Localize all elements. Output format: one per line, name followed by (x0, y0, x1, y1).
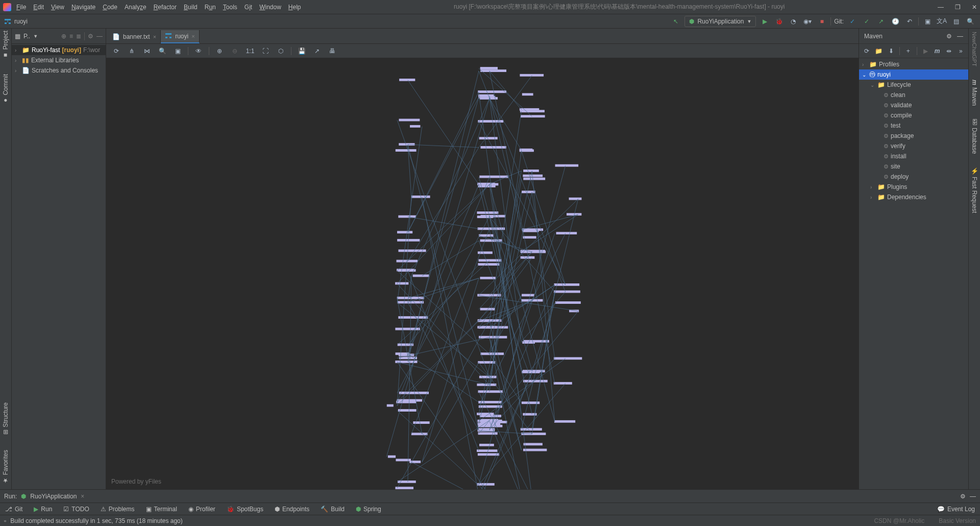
tool-database[interactable]: 🗄Database (971, 119, 978, 154)
tool-todo[interactable]: ☑TODO (63, 506, 89, 513)
tool-profiler[interactable]: ◉Profiler (188, 506, 215, 513)
tool-maven[interactable]: mMaven (971, 80, 978, 106)
maven-root[interactable]: ⌄ ⓜ ruoyi (859, 69, 968, 80)
menu-analyze[interactable]: Analyze (125, 4, 146, 11)
stop-button[interactable]: ■ (816, 16, 827, 27)
scratches-consoles[interactable]: › 📄 Scratches and Consoles (12, 65, 106, 76)
search-everywhere-icon[interactable]: 🔍 (965, 16, 976, 27)
add-maven-icon[interactable]: + (905, 45, 912, 57)
menu-navigate[interactable]: Navigate (71, 4, 95, 11)
maven-plugins[interactable]: › 📁 Plugins (859, 182, 968, 192)
more-icon[interactable]: » (958, 45, 964, 57)
maven-goal-validate[interactable]: ⚙validate (859, 100, 968, 110)
debug-button[interactable]: 🐞 (773, 16, 785, 27)
export-icon[interactable]: ↗ (312, 45, 322, 57)
menu-file[interactable]: File (16, 4, 26, 11)
tab-banner[interactable]: 📄 banner.txt × (108, 30, 161, 43)
ide-settings-icon[interactable]: ▤ (950, 16, 962, 27)
expand-icon[interactable]: ≡ (69, 33, 73, 40)
tool-spring[interactable]: ⬢Spring (356, 506, 381, 513)
build-hammer-icon[interactable]: ↖ (670, 16, 681, 27)
fit-icon[interactable]: ▣ (173, 45, 183, 57)
chevron-down-icon[interactable]: ▼ (33, 34, 38, 39)
coverage-button[interactable]: ◔ (788, 16, 799, 27)
tab-ruoyi[interactable]: ruoyi × (161, 30, 199, 43)
menu-tools[interactable]: Tools (223, 4, 237, 11)
share-icon[interactable]: ⬡ (276, 45, 286, 57)
profile-button[interactable]: ◉▾ (802, 16, 813, 27)
zoom-in-icon[interactable]: 🔍 (157, 45, 167, 57)
tool-problems[interactable]: ⚠Problems (101, 506, 135, 513)
git-push-button[interactable]: ↗ (875, 16, 887, 27)
locate-icon[interactable]: ⊕ (61, 33, 66, 40)
tool-favorites[interactable]: ★Favorites (2, 450, 9, 484)
tool-project[interactable]: ■Project (2, 31, 9, 59)
maven-profiles[interactable]: › 📁 Profiles (859, 59, 968, 69)
run-maven-icon[interactable]: ▶ (922, 45, 929, 57)
translate-icon[interactable]: 文A (936, 16, 947, 27)
menu-help[interactable]: Help (288, 4, 301, 11)
run-config-selector[interactable]: ⬢ RuoYiApplication ▼ (684, 16, 756, 27)
close-icon[interactable]: × (191, 33, 194, 39)
hide-icon[interactable]: — (957, 33, 963, 40)
download-icon[interactable]: ⬇ (888, 45, 894, 57)
tool-newchatgpt[interactable]: NewChatGPT (971, 32, 977, 66)
tool-build[interactable]: 🔨Build (321, 506, 345, 513)
project-root[interactable]: › 📁 RuoYi-fast [ruoyi] F:\wor (12, 45, 106, 55)
event-log[interactable]: 💬Event Log (937, 506, 975, 513)
close-icon[interactable]: × (81, 493, 84, 500)
run-config-name[interactable]: RuoYiApplication (30, 493, 77, 500)
menu-code[interactable]: Code (103, 4, 117, 11)
tool-endpoints[interactable]: ⬢Endpoints (275, 506, 309, 513)
tool-commit[interactable]: ●Commit (2, 74, 9, 104)
tool-git[interactable]: ⎇Git (5, 506, 22, 513)
route-icon[interactable]: ⋔ (127, 45, 137, 57)
status-icon[interactable]: ▫ (4, 517, 6, 524)
external-libraries[interactable]: › ▮▮ External Libraries (12, 55, 106, 65)
close-button[interactable]: ✕ (972, 4, 977, 11)
layout-icon[interactable]: ⋈ (142, 45, 152, 57)
maven-goal-test[interactable]: ⚙test (859, 121, 968, 131)
tool-fastrequest[interactable]: ⚡Fast Request (971, 167, 978, 213)
show-icon[interactable]: 👁 (193, 45, 204, 57)
maven-goal-site[interactable]: ⚙site (859, 161, 968, 172)
breadcrumb[interactable]: ruoyi (14, 18, 28, 25)
remove-icon[interactable]: ⊖ (230, 45, 240, 57)
hide-icon[interactable]: — (96, 33, 103, 40)
close-icon[interactable]: × (153, 34, 156, 40)
minimize-button[interactable]: — (938, 4, 944, 11)
git-rollback-button[interactable]: ↶ (904, 16, 915, 27)
git-update-button[interactable]: ✓ (847, 16, 858, 27)
generate-sources-icon[interactable]: 📁 (875, 45, 883, 57)
tool-spotbugs[interactable]: 🐞SpotBugs (227, 506, 263, 513)
menu-refactor[interactable]: Refactor (154, 4, 177, 11)
menu-build[interactable]: Build (184, 4, 198, 11)
tool-terminal[interactable]: ▣Terminal (146, 506, 177, 513)
maven-goal-package[interactable]: ⚙package (859, 131, 968, 141)
reload-icon[interactable]: ⟳ (863, 45, 870, 57)
maven-goal-compile[interactable]: ⚙compile (859, 110, 968, 121)
save-icon[interactable]: 💾 (297, 45, 307, 57)
hide-icon[interactable]: — (970, 493, 976, 500)
menu-window[interactable]: Window (259, 4, 281, 11)
tool-run[interactable]: ▶Run (34, 506, 52, 513)
print-icon[interactable]: 🖶 (327, 45, 337, 57)
add-icon[interactable]: ⊕ (214, 45, 225, 57)
maven-goal-deploy[interactable]: ⚙deploy (859, 172, 968, 182)
execute-goal-icon[interactable]: m (934, 45, 941, 57)
fit-content-icon[interactable]: ⛶ (260, 45, 271, 57)
maximize-button[interactable]: ❐ (955, 4, 961, 11)
menu-run[interactable]: Run (205, 4, 216, 11)
maven-lifecycle[interactable]: ⌄ 📁 Lifecycle (859, 80, 968, 90)
settings-icon[interactable]: ⚙ (960, 493, 966, 500)
menu-view[interactable]: View (51, 4, 64, 11)
refresh-icon[interactable]: ⟳ (111, 45, 121, 57)
maven-goal-verify[interactable]: ⚙verify (859, 141, 968, 151)
collapse-icon[interactable]: ≣ (76, 33, 81, 40)
project-panel-title[interactable]: P.. (23, 33, 30, 40)
tool-structure[interactable]: ⊞Structure (2, 402, 9, 435)
menu-git[interactable]: Git (244, 4, 252, 11)
maven-goal-install[interactable]: ⚙install (859, 151, 968, 161)
settings-icon[interactable]: ⚙ (88, 33, 93, 40)
maven-dependencies[interactable]: › 📁 Dependencies (859, 192, 968, 202)
